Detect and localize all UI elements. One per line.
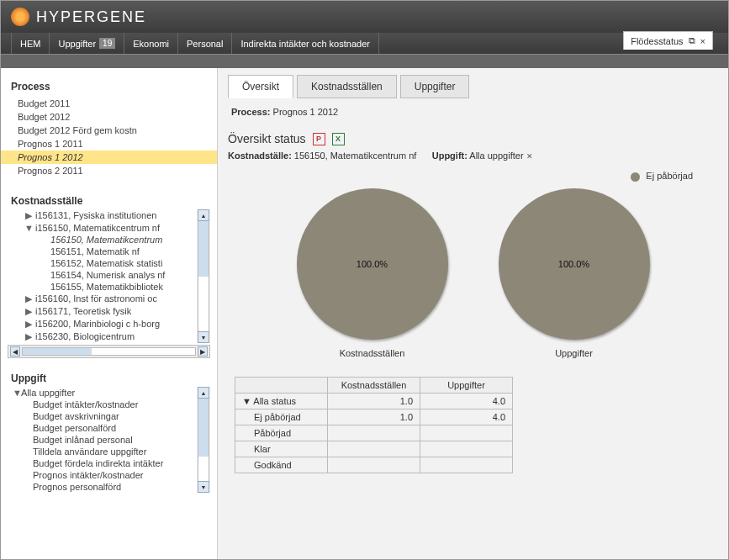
table-row: Påbörjad bbox=[235, 425, 513, 441]
tree-row[interactable]: ▶ i156230, Biologicentrum bbox=[8, 330, 210, 343]
uppgift-item[interactable]: Budget personalförd bbox=[8, 422, 210, 434]
table-header: Uppgifter bbox=[420, 377, 513, 393]
process-line: Process: Prognos 1 2012 bbox=[231, 107, 718, 117]
nav-uppgifter[interactable]: Uppgifter 19 bbox=[50, 33, 124, 54]
table-row: Ej påbörjad1.04.0 bbox=[235, 409, 513, 425]
overview-title: Översikt status bbox=[228, 132, 306, 145]
logo-bar: HYPERGENE bbox=[1, 1, 728, 33]
uppgift-item[interactable]: Budget inlånad personal bbox=[8, 434, 210, 446]
nav-badge: 19 bbox=[99, 38, 115, 49]
excel-icon[interactable]: X bbox=[332, 133, 345, 145]
scroll-up-icon[interactable]: ▲ bbox=[198, 387, 209, 399]
uppgift-item[interactable]: Prognos personalförd bbox=[8, 481, 210, 493]
scroll-down-icon[interactable]: ▼ bbox=[198, 331, 209, 343]
scroll-right-icon[interactable]: ▶ bbox=[198, 346, 208, 357]
scroll-down-icon[interactable]: ▼ bbox=[198, 481, 209, 493]
process-item[interactable]: Prognos 1 2012 bbox=[1, 151, 217, 164]
nav-ekonomi[interactable]: Ekonomi bbox=[124, 33, 178, 54]
process-item[interactable]: Prognos 2 2011 bbox=[1, 164, 217, 177]
scroll-left-icon[interactable]: ◀ bbox=[10, 346, 20, 357]
popup-icon[interactable]: ⧉ bbox=[689, 35, 695, 46]
section-title-kost: Kostnadsställe bbox=[1, 193, 217, 209]
float-tab-flodesstatus[interactable]: Flödesstatus ⧉ × bbox=[623, 31, 713, 50]
uppgift-item[interactable]: Prognos intäkter/kostnader bbox=[8, 469, 210, 481]
vscroll-upp[interactable]: ▲ ▼ bbox=[197, 387, 210, 493]
pdf-icon[interactable]: P bbox=[313, 133, 325, 145]
legend: Ej påbörjad bbox=[228, 171, 718, 182]
hscroll[interactable]: ◀ ▶ bbox=[8, 345, 210, 358]
sidebar: Process Budget 2011Budget 2012Budget 201… bbox=[1, 68, 218, 559]
uppgift-item[interactable]: ▼Alla uppgifter bbox=[8, 387, 210, 399]
section-title-upp: Uppgift bbox=[1, 370, 217, 387]
pie-chart: 100.0% bbox=[297, 188, 448, 340]
expand-icon[interactable]: ▼ bbox=[242, 396, 253, 406]
table-header bbox=[235, 377, 328, 393]
tree-row[interactable]: ▼ i156150, Matematikcentrum nf bbox=[8, 222, 210, 234]
uppgift-item[interactable]: Budget intäkter/kostnader bbox=[8, 399, 210, 410]
tree-row[interactable]: ▶ i156171, Teoretisk fysik bbox=[8, 305, 210, 318]
pie-label: Uppgifter bbox=[499, 348, 650, 358]
tree-row[interactable]: ▶ i156131, Fysiska institutionen bbox=[8, 209, 210, 222]
nav-indirekta[interactable]: Indirekta intäkter och kostnader bbox=[232, 33, 378, 54]
clear-filter-icon[interactable]: ✕ bbox=[526, 152, 533, 161]
pie-label: Kostnadsställen bbox=[297, 348, 448, 358]
table-header: Kostnadsställen bbox=[328, 377, 420, 393]
tree-row[interactable]: ▶ i156160, Inst för astronomi oc bbox=[8, 293, 210, 305]
close-icon[interactable]: × bbox=[700, 36, 705, 46]
pie-chart: 100.0% bbox=[499, 188, 650, 340]
tree-row[interactable]: ▶ i156200, Marinbiologi c h-borg bbox=[8, 318, 210, 330]
uppgift-item[interactable]: Tilldela användare uppgifter bbox=[8, 446, 210, 457]
brand-text: HYPERGENE bbox=[36, 8, 146, 26]
legend-dot-icon bbox=[631, 172, 640, 182]
vscroll[interactable]: ▲ ▼ bbox=[197, 209, 210, 343]
table-row: Godkänd bbox=[235, 457, 513, 473]
section-title-process: Process bbox=[1, 78, 217, 95]
process-item[interactable]: Budget 2012 Förd gem kostn bbox=[1, 124, 217, 137]
tree-row[interactable]: 156151, Matematik nf bbox=[8, 246, 210, 257]
sub-bar bbox=[1, 55, 728, 68]
process-item[interactable]: Budget 2012 bbox=[1, 110, 217, 124]
tree-row[interactable]: 156155, Matematikbibliotek bbox=[8, 281, 210, 293]
uppgift-item[interactable]: Budget avskrivningar bbox=[8, 410, 210, 422]
filter-line: Kostnadställe: 156150, Matematikcentrum … bbox=[228, 151, 718, 161]
tab-kostnadsställen[interactable]: Kostnadsställen bbox=[297, 75, 397, 98]
main-panel: ÖversiktKostnadsställenUppgifter Process… bbox=[218, 68, 728, 559]
tree-row[interactable]: 156154, Numerisk analys nf bbox=[8, 269, 210, 281]
table-row: ▼ Alla status1.04.0 bbox=[235, 393, 513, 409]
tree-row[interactable]: 156150, Matematikcentrum bbox=[8, 234, 210, 246]
process-item[interactable]: Budget 2011 bbox=[1, 97, 217, 110]
tab-uppgifter[interactable]: Uppgifter bbox=[400, 75, 470, 98]
table-row: Klar bbox=[235, 441, 513, 457]
nav-bar: HEM Uppgifter 19 Ekonomi Personal Indire… bbox=[1, 33, 728, 55]
status-table: KostnadsställenUppgifter ▼ Alla status1.… bbox=[235, 377, 513, 473]
tree-row[interactable]: 156152, Matematisk statisti bbox=[8, 257, 210, 269]
process-item[interactable]: Prognos 1 2011 bbox=[1, 137, 217, 151]
uppgift-item[interactable]: Budget fördela indirekta intäkter bbox=[8, 457, 210, 469]
nav-personal[interactable]: Personal bbox=[178, 33, 232, 54]
tab-översikt[interactable]: Översikt bbox=[228, 75, 293, 98]
brand-icon bbox=[11, 8, 29, 26]
nav-hem[interactable]: HEM bbox=[11, 33, 50, 54]
scroll-up-icon[interactable]: ▲ bbox=[198, 209, 209, 221]
